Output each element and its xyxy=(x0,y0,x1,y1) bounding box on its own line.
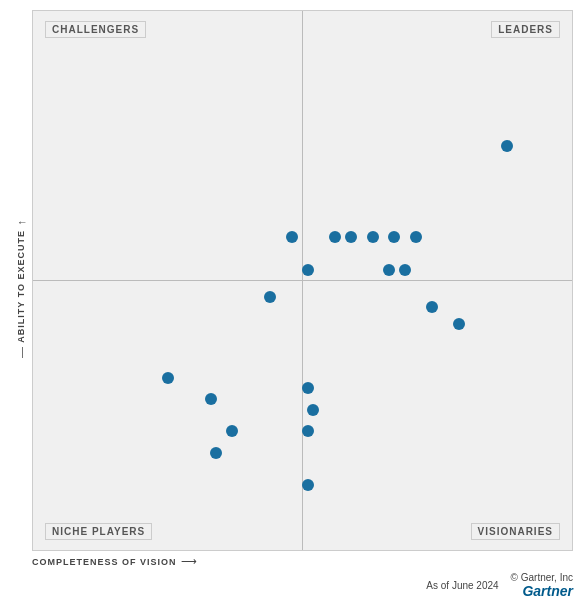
footer-copyright: © Gartner, Inc xyxy=(511,572,573,583)
x-axis-area: COMPLETENESS OF VISION ⟶ xyxy=(32,551,573,568)
dot-dot12 xyxy=(453,318,465,330)
dot-dot17 xyxy=(210,447,222,459)
x-axis-text: COMPLETENESS OF VISION xyxy=(32,557,177,567)
dot-dot13 xyxy=(501,140,513,152)
y-axis-label-area: ↑ ABILITY TO EXECUTE — xyxy=(10,10,32,568)
challengers-label: CHALLENGERS xyxy=(45,21,146,38)
dot-dot10 xyxy=(399,264,411,276)
dot-dot9 xyxy=(383,264,395,276)
y-axis-arrow: ↑ xyxy=(15,220,27,226)
dot-dot8 xyxy=(410,231,422,243)
dot-dot4 xyxy=(329,231,341,243)
y-axis-text: ABILITY TO EXECUTE xyxy=(16,230,26,343)
quadrant-visionaries xyxy=(303,281,573,551)
x-axis-arrow: ⟶ xyxy=(181,555,197,568)
dot-dot7 xyxy=(388,231,400,243)
footer-brand: Gartner xyxy=(522,583,573,599)
dot-dot16 xyxy=(226,425,238,437)
magic-quadrant-container: ↑ ABILITY TO EXECUTE — CHALLENGERS LEADE… xyxy=(0,0,588,609)
chart-main: CHALLENGERS LEADERS NICHE PLAYERS VISION… xyxy=(32,10,573,568)
quadrant-grid: CHALLENGERS LEADERS NICHE PLAYERS VISION… xyxy=(32,10,573,551)
footer: As of June 2024 © Gartner, Inc Gartner xyxy=(10,568,573,599)
dot-dot3 xyxy=(302,264,314,276)
quadrant-niche xyxy=(33,281,303,551)
x-axis-row: COMPLETENESS OF VISION ⟶ xyxy=(32,555,197,568)
dot-dot6 xyxy=(367,231,379,243)
footer-date: As of June 2024 xyxy=(426,580,498,591)
leaders-label: LEADERS xyxy=(491,21,560,38)
y-axis-arrow2: — xyxy=(15,347,27,358)
niche-label: NICHE PLAYERS xyxy=(45,523,152,540)
dot-dot2 xyxy=(264,291,276,303)
dot-dot11 xyxy=(426,301,438,313)
dot-dot18 xyxy=(302,382,314,394)
dot-dot1 xyxy=(286,231,298,243)
dot-dot5 xyxy=(345,231,357,243)
dot-dot14 xyxy=(162,372,174,384)
visionaries-label: VISIONARIES xyxy=(471,523,560,540)
chart-area: ↑ ABILITY TO EXECUTE — CHALLENGERS LEADE… xyxy=(10,10,573,568)
dot-dot20 xyxy=(302,425,314,437)
dot-dot21 xyxy=(302,479,314,491)
quadrant-leaders xyxy=(303,11,573,281)
footer-right: © Gartner, Inc Gartner xyxy=(511,572,573,599)
quadrant-challengers xyxy=(33,11,303,281)
dot-dot15 xyxy=(205,393,217,405)
dot-dot19 xyxy=(307,404,319,416)
